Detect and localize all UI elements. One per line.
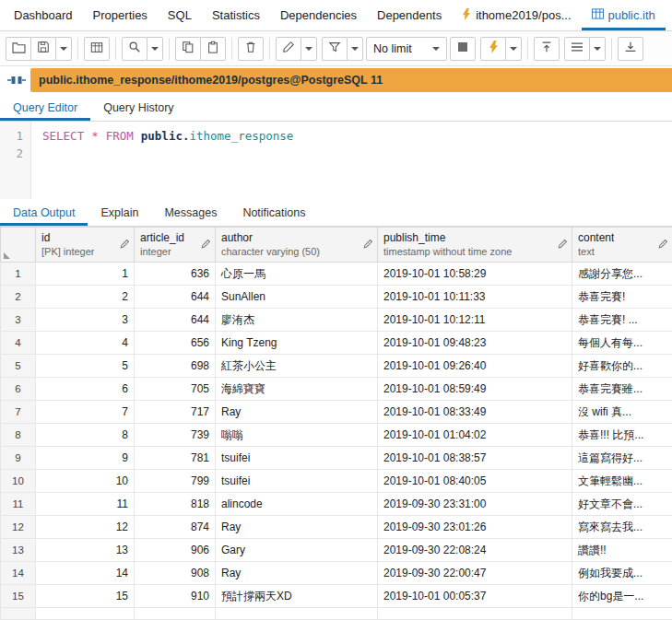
cell-publish-time[interactable]: 2019-09-30 22:00:47: [378, 562, 572, 585]
cell-author[interactable]: 嗡嗡: [216, 424, 378, 447]
tab-explain[interactable]: Explain: [88, 199, 151, 226]
edit-column-icon[interactable]: [201, 239, 211, 252]
cell-article-id[interactable]: 739: [135, 424, 216, 447]
delete-button[interactable]: [238, 37, 264, 61]
tab-sql[interactable]: SQL: [158, 0, 202, 30]
sql-code-area[interactable]: SELECT*FROMpublic.ithome_response: [31, 122, 293, 199]
row-number[interactable]: 1: [1, 263, 36, 286]
cell-publish-time[interactable]: 2019-10-01 10:12:11: [378, 309, 572, 332]
column-header-id[interactable]: id[PK] integer: [36, 228, 135, 263]
cell-article-id[interactable]: 799: [135, 470, 216, 493]
cell-id[interactable]: 10: [36, 470, 135, 493]
cell-id[interactable]: 11: [36, 493, 135, 516]
cell-author[interactable]: SunAllen: [216, 286, 378, 309]
cell-author[interactable]: 廖洧杰: [216, 309, 378, 332]
execute-dropdown-button[interactable]: [505, 37, 522, 61]
cell-publish-time[interactable]: 2019-10-01 09:48:23: [378, 332, 572, 355]
cell-article-id[interactable]: 818: [135, 493, 216, 516]
column-header-publish_time[interactable]: publish_timetimestamp without time zone: [378, 228, 572, 263]
edit-column-icon[interactable]: [120, 239, 130, 252]
cell-publish-time[interactable]: 2019-09-30 23:31:00: [378, 493, 572, 516]
cell-article-id[interactable]: 908: [135, 562, 216, 585]
find-button[interactable]: [122, 37, 147, 61]
cell-publish-time[interactable]: 2019-10-01 08:59:49: [378, 378, 572, 401]
cell-author[interactable]: tsuifei: [216, 447, 378, 470]
row-number[interactable]: 13: [1, 539, 36, 562]
cell-content[interactable]: 讚讚!!: [572, 539, 672, 562]
tab-messages[interactable]: Messages: [151, 199, 230, 226]
save-data-changes-button[interactable]: [84, 37, 110, 61]
cell-publish-time[interactable]: 2019-09-30 23:01:26: [378, 516, 572, 539]
filter-dropdown-button[interactable]: [347, 37, 363, 61]
cell-article-id[interactable]: 636: [135, 263, 216, 286]
row-number[interactable]: 2: [1, 286, 36, 309]
row-number[interactable]: 9: [1, 447, 36, 470]
row-number[interactable]: 6: [1, 378, 36, 401]
cell-id[interactable]: 14: [36, 562, 135, 585]
limit-select[interactable]: No limit: [366, 37, 447, 61]
cell-author[interactable]: Ray: [216, 562, 378, 585]
cell-article-id[interactable]: 717: [135, 401, 216, 424]
cell-id[interactable]: 6: [36, 378, 135, 401]
commit-button[interactable]: [534, 37, 560, 61]
cell-id[interactable]: 1: [36, 263, 135, 286]
tab-query-history[interactable]: Query History: [90, 94, 186, 121]
row-number[interactable]: 10: [1, 470, 36, 493]
save-dropdown-button[interactable]: [55, 37, 72, 61]
copy-button[interactable]: [175, 37, 201, 61]
cell-author[interactable]: Ray: [216, 516, 378, 539]
cell-content[interactable]: 恭喜完賽雖...: [572, 378, 672, 401]
tab-view-data[interactable]: public.ith: [582, 0, 666, 30]
edit-column-icon[interactable]: [363, 239, 373, 252]
paste-button[interactable]: [200, 37, 226, 61]
cell-content[interactable]: 文筆輕鬆幽...: [572, 470, 672, 493]
cell-id[interactable]: 3: [36, 309, 135, 332]
row-number[interactable]: 3: [1, 309, 36, 332]
cell-id[interactable]: 12: [36, 516, 135, 539]
cell-id[interactable]: 7: [36, 401, 135, 424]
cell-author[interactable]: 海綿寶寶: [216, 378, 378, 401]
cell-content[interactable]: 沒 wifi 真...: [572, 401, 672, 424]
edit-column-icon[interactable]: [658, 239, 668, 252]
column-header-author[interactable]: authorcharacter varying (50): [216, 228, 378, 263]
tab-dependents[interactable]: Dependents: [367, 0, 452, 30]
cell-content[interactable]: 這篇寫得好...: [572, 447, 672, 470]
cell-author[interactable]: 預計撐兩天XD: [216, 585, 378, 608]
row-number[interactable]: 8: [1, 424, 36, 447]
edit-button[interactable]: [276, 37, 301, 61]
cell-publish-time[interactable]: 2019-10-01 08:40:05: [378, 470, 572, 493]
download-button[interactable]: [618, 37, 643, 61]
cell-author[interactable]: 紅茶小公主: [216, 355, 378, 378]
cell-article-id[interactable]: 781: [135, 447, 216, 470]
cell-id[interactable]: 5: [36, 355, 135, 378]
cell-author[interactable]: Ray: [216, 401, 378, 424]
row-number[interactable]: 5: [1, 355, 36, 378]
cell-content[interactable]: 恭喜完賽! ...: [572, 309, 672, 332]
open-file-button[interactable]: [6, 37, 31, 61]
cell-content[interactable]: 恭喜完賽!: [572, 286, 672, 309]
cell-content[interactable]: 每個人有每...: [572, 332, 672, 355]
cell-content[interactable]: 恭喜!!! 比預...: [572, 424, 672, 447]
cell-id[interactable]: 15: [36, 585, 135, 608]
cell-article-id[interactable]: 656: [135, 332, 216, 355]
sql-editor[interactable]: 1 2 SELECT*FROMpublic.ithome_response: [0, 122, 672, 199]
cell-id[interactable]: 13: [36, 539, 135, 562]
cell-author[interactable]: alincode: [216, 493, 378, 516]
cell-content[interactable]: 感謝分享您...: [572, 263, 672, 286]
cell-publish-time[interactable]: 2019-10-01 01:04:02: [378, 424, 572, 447]
cell-id[interactable]: 9: [36, 447, 135, 470]
cell-id[interactable]: 4: [36, 332, 135, 355]
cell-id[interactable]: 2: [36, 286, 135, 309]
cell-article-id[interactable]: 698: [135, 355, 216, 378]
cell-publish-time[interactable]: 2019-10-01 09:26:40: [378, 355, 572, 378]
save-button[interactable]: [30, 37, 56, 61]
cell-article-id[interactable]: 874: [135, 516, 216, 539]
cell-article-id[interactable]: 644: [135, 286, 216, 309]
cell-content[interactable]: 好喜歡你的...: [572, 355, 672, 378]
cell-author[interactable]: King Tzeng: [216, 332, 378, 355]
cell-author[interactable]: Gary: [216, 539, 378, 562]
execute-button[interactable]: [480, 37, 506, 61]
cell-content[interactable]: 寫來寫去我...: [572, 516, 672, 539]
cell-content[interactable]: 好文章不會...: [572, 493, 672, 516]
cell-publish-time[interactable]: 2019-09-30 22:08:24: [378, 539, 572, 562]
